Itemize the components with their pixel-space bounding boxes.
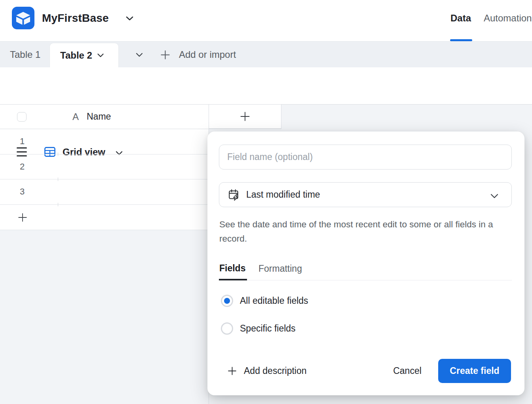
add-table-plus-icon[interactable]: [160, 42, 171, 68]
field-type-select[interactable]: Last modified time: [219, 182, 512, 207]
cell-divider-tick: [58, 203, 58, 206]
tab-automations[interactable]: Automations: [484, 0, 532, 36]
tab-data[interactable]: Data: [450, 0, 471, 36]
tab-table-2-label: Table 2: [60, 50, 92, 61]
field-name-input[interactable]: [219, 145, 512, 170]
cell-divider-tick: [58, 152, 58, 156]
tab-table-2[interactable]: Table 2: [49, 43, 119, 68]
airtable-app-window: MyFirstBase Data Automations Table 1 Tab…: [0, 0, 532, 404]
tab-fields[interactable]: Fields: [219, 263, 245, 274]
create-field-label: Create field: [450, 366, 499, 376]
single-line-text-icon: A: [72, 105, 79, 129]
chevron-down-icon: [490, 193, 498, 200]
row-number[interactable]: 1: [14, 129, 30, 154]
row-divider: [0, 179, 209, 179]
tabs-divider: [219, 280, 512, 280]
create-field-button[interactable]: Create field: [438, 359, 511, 383]
column-divider: [281, 105, 281, 129]
cell-divider-tick: [58, 177, 58, 181]
row-divider: [0, 230, 209, 230]
radio-selected-dot: [224, 298, 230, 304]
row-number[interactable]: 2: [14, 154, 30, 179]
tab-formatting[interactable]: Formatting: [258, 263, 302, 274]
grid-empty-area: [281, 105, 532, 129]
plus-icon: [227, 366, 237, 376]
header-divider: [0, 129, 281, 129]
view-toolbar: Grid view: [0, 67, 532, 105]
plus-icon: [239, 111, 251, 122]
base-title[interactable]: MyFirstBase: [42, 0, 109, 36]
add-field-button[interactable]: [209, 105, 281, 129]
field-type-value: Last modified time: [246, 189, 320, 200]
add-description-label: Add description: [244, 366, 307, 376]
radio-all-editable-fields[interactable]: [221, 295, 233, 307]
tab-fields-active-underline: [219, 279, 247, 280]
row-number[interactable]: 3: [14, 179, 30, 204]
add-or-import-button[interactable]: Add or import: [179, 42, 236, 68]
chevron-down-icon: [97, 53, 104, 57]
create-field-popup: Last modified time See the date and time…: [207, 131, 524, 395]
calendar-lightning-icon: [228, 189, 239, 201]
table-tab-strip: Table 1 Table 2 Add or import: [0, 41, 532, 67]
radio-all-editable-fields-label[interactable]: All editable fields: [240, 295, 308, 306]
plus-icon: [17, 212, 28, 223]
radio-specific-fields-label[interactable]: Specific fields: [240, 323, 296, 334]
row-divider: [0, 204, 209, 205]
table-list-chevron-down-icon[interactable]: [128, 42, 150, 68]
airtable-logo-icon[interactable]: [12, 7, 34, 29]
top-bar: MyFirstBase Data Automations: [0, 0, 532, 41]
add-row-button[interactable]: [16, 211, 29, 224]
base-menu-chevron-down-icon[interactable]: [126, 0, 133, 36]
column-header-name[interactable]: Name: [87, 105, 111, 129]
grid-empty-area: [0, 230, 209, 404]
field-type-description: See the date and time of the most recent…: [219, 217, 498, 246]
select-all-checkbox[interactable]: [17, 112, 27, 122]
tab-table-1[interactable]: Table 1: [0, 42, 50, 68]
row-divider: [0, 154, 209, 154]
add-description-button[interactable]: Add description: [227, 359, 307, 383]
radio-specific-fields[interactable]: [221, 322, 233, 335]
cancel-button[interactable]: Cancel: [382, 359, 433, 383]
